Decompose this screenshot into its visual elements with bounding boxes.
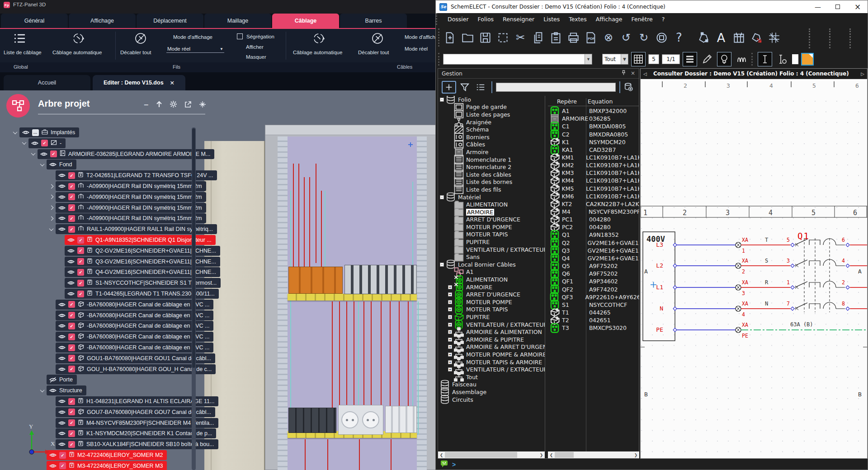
eye-icon[interactable] bbox=[58, 442, 66, 447]
component-row-km4[interactable]: KM4LC1K0910B7+LA1KN bbox=[548, 177, 639, 184]
copy-icon[interactable] bbox=[531, 30, 545, 45]
expand-icon[interactable]: + bbox=[448, 315, 452, 319]
tree-row-ba760080-hager-canal-de[interactable]: ✓-BA760080|HAGER Canal de câblage en PVC… bbox=[50, 332, 213, 342]
document-tab-accueil[interactable]: Accueil bbox=[4, 75, 90, 90]
component-equation[interactable]: BMXDRA0805 bbox=[589, 131, 628, 138]
scroll-left-icon[interactable]: ◁ bbox=[643, 71, 647, 76]
eye-icon[interactable] bbox=[58, 345, 66, 350]
component-equation[interactable]: NSYCCOTHCF bbox=[589, 301, 627, 308]
menu-renseigner[interactable]: Renseigner bbox=[499, 14, 538, 24]
gestion-item-label[interactable]: MOTEUR TAPIS & ARMOIRE bbox=[466, 359, 542, 366]
undo-icon[interactable]: ↺ bbox=[619, 30, 633, 45]
tree-row-ba760080-hager-canal-de[interactable]: ✓-BA760080|HAGER Canal de câblage en PVC… bbox=[50, 343, 213, 352]
component-equation[interactable]: LC1K0910B7+LA1KN bbox=[586, 185, 639, 192]
eye-icon[interactable] bbox=[67, 237, 75, 243]
component-row-s1[interactable]: S1NSYCCOTHCF bbox=[548, 301, 639, 309]
component-repere[interactable]: KM6 bbox=[562, 193, 586, 200]
component-row-k1[interactable]: K1NSYMDCM20 bbox=[548, 138, 639, 146]
pencil-tool-icon[interactable] bbox=[700, 52, 714, 66]
expand-icon[interactable]: + bbox=[448, 323, 452, 327]
socket-outlet-2[interactable] bbox=[362, 411, 379, 428]
expand-icon[interactable]: + bbox=[448, 360, 452, 364]
component-repere[interactable]: Q5 bbox=[562, 263, 589, 269]
component-equation[interactable]: LC1K0910B7+LA1KN bbox=[586, 193, 639, 200]
expander-icon[interactable] bbox=[22, 140, 27, 145]
cabinet-3d[interactable] bbox=[265, 125, 436, 470]
tree-item-label[interactable]: -A09900|HAGER Rail DIN symétriq 15mm 2m bbox=[87, 215, 202, 221]
tree-item-label[interactable]: -BA760080|HAGER Canal de câblage en PVC … bbox=[87, 323, 209, 329]
menu-item[interactable]: ? bbox=[658, 14, 669, 24]
net-grid-icon[interactable] bbox=[767, 30, 781, 45]
expand-icon[interactable]: + bbox=[448, 330, 452, 334]
afficher-button[interactable]: Afficher bbox=[246, 44, 264, 50]
gestion-item-label[interactable]: ARMOIRE & PUPITRE bbox=[466, 336, 524, 343]
checkbox-checked-icon[interactable]: ✓ bbox=[41, 140, 48, 146]
gestion-item-label[interactable]: PUPITRE bbox=[466, 239, 490, 245]
expand-icon[interactable]: + bbox=[448, 367, 452, 371]
component-repere[interactable]: T3 bbox=[562, 324, 589, 331]
tree-item-label[interactable]: Q2-GV2ME16|SCHNEIDER+GVAE11|SCHNE... bbox=[95, 248, 216, 254]
gestion-item-label[interactable]: ALIMENTATION bbox=[466, 276, 508, 283]
component-row-c1[interactable]: C1BMXDAI0805 bbox=[548, 122, 639, 130]
eye-icon[interactable] bbox=[58, 194, 66, 200]
tree-row-gou-h-ba760080-hager-gou[interactable]: ✓GOU_H-BA760080|HAGER GOU_H Canal de c..… bbox=[50, 364, 216, 374]
checkbox-checked-icon[interactable]: ✓ bbox=[50, 150, 57, 157]
gestion-item-label[interactable]: ARMOIRE & ALIMENTATION bbox=[466, 329, 542, 335]
scroll-right-icon[interactable]: ▷ bbox=[861, 71, 864, 76]
filter-icon[interactable] bbox=[460, 82, 470, 92]
menu-fenetre[interactable]: Fenêtre bbox=[627, 14, 656, 24]
menu-textes[interactable]: Textes bbox=[565, 14, 590, 24]
tree-row-item[interactable]: ✓- bbox=[23, 138, 66, 148]
eye-off-icon[interactable] bbox=[49, 377, 57, 383]
component-row-pc1[interactable]: PC1004280 bbox=[548, 216, 639, 223]
collapse-icon[interactable]: - bbox=[440, 195, 444, 199]
component-repere[interactable]: Q1 bbox=[562, 231, 589, 238]
component-repere[interactable]: T1 bbox=[562, 309, 589, 316]
table-hscrollbar[interactable]: ❮❯ bbox=[548, 451, 639, 458]
expand-icon[interactable]: + bbox=[448, 292, 452, 296]
tree-item-label[interactable]: -BA760080|HAGER Canal de câblage en PVC … bbox=[87, 334, 209, 340]
component-row-c2[interactable]: C2BMXDRA0805 bbox=[548, 130, 639, 138]
page-indicator[interactable]: 1/1 bbox=[662, 54, 680, 64]
component-repere[interactable]: KM2 bbox=[562, 162, 586, 169]
gestion-item-label[interactable]: Faisceau bbox=[452, 381, 476, 388]
expander-icon[interactable] bbox=[40, 162, 45, 166]
collapse-icon[interactable]: - bbox=[440, 263, 444, 267]
tree-item-label[interactable]: Porte bbox=[59, 376, 73, 383]
menu-listes[interactable]: Listes bbox=[539, 14, 564, 24]
component-row-q3[interactable]: Q3GV2ME16+GVAE11 bbox=[548, 247, 639, 254]
eye-icon[interactable] bbox=[58, 409, 66, 415]
expander-icon[interactable] bbox=[49, 216, 54, 221]
component-row-q1[interactable]: Q1A9N18352 bbox=[548, 231, 639, 239]
tree-row-implantes[interactable]: …Implantés bbox=[14, 127, 79, 137]
component-equation[interactable]: LC1K0910B7+LA1KN bbox=[586, 169, 639, 176]
eye-icon[interactable] bbox=[58, 183, 66, 189]
checkbox-checked-icon[interactable]: ✓ bbox=[68, 172, 75, 179]
checkbox-checked-icon[interactable]: ✓ bbox=[68, 193, 75, 200]
column-header-equation[interactable]: Equation bbox=[588, 98, 613, 105]
gestion-item-label[interactable]: Nomenclature 1 bbox=[466, 156, 511, 163]
component-equation[interactable]: 004280 bbox=[589, 216, 611, 223]
component-equation[interactable]: LC1K0910B7+LA1KN bbox=[586, 154, 639, 161]
checkbox-checked-icon[interactable]: ✓ bbox=[68, 344, 75, 351]
gestion-item-label[interactable]: Circuits bbox=[452, 396, 473, 403]
gestion-row-circuits[interactable]: Circuits bbox=[438, 396, 545, 404]
eye-icon[interactable] bbox=[58, 367, 66, 372]
component-equation[interactable]: A9F75202 bbox=[589, 270, 618, 277]
expand-icon[interactable]: + bbox=[448, 338, 452, 342]
component-equation[interactable]: NSYCVF85M230PF bbox=[589, 208, 639, 215]
component-equation[interactable]: A9P22610+A9Y62625 bbox=[585, 294, 639, 301]
expand-icon[interactable]: + bbox=[448, 285, 452, 289]
tree-row-gou1-ba760080-hager-gou1[interactable]: ✓GOU1-BA760080|HAGER GOU1 Canal de câbl.… bbox=[50, 353, 215, 363]
component-row-a1[interactable]: A1BMXP342000 bbox=[548, 107, 639, 115]
tree-item-label[interactable]: Structure bbox=[59, 387, 82, 394]
tree-row-a09900-hager-rail-din-s[interactable]: ✓-A09900|HAGER Rail DIN symétriq 15mm 2m bbox=[50, 203, 206, 213]
tree-item-label[interactable]: ARMOIRE-036285|LEGRAND ARMOIRE ARMOIRE M… bbox=[68, 151, 210, 157]
grid-toggle-button[interactable] bbox=[631, 52, 646, 66]
tree-row-ba760080-hager-canal-de[interactable]: ✓-BA760080|HAGER Canal de câblage en PVC… bbox=[50, 300, 213, 310]
tree-row-fond[interactable]: Fond bbox=[41, 160, 76, 169]
eye-icon[interactable] bbox=[67, 259, 75, 264]
list-view-icon[interactable] bbox=[476, 82, 486, 92]
cablage-automatique-button[interactable]: Câblage automatique bbox=[52, 50, 102, 55]
tree-row-a09900-hager-rail-din-s[interactable]: ✓-A09900|HAGER Rail DIN symétriq 15mm 2m bbox=[50, 181, 206, 191]
